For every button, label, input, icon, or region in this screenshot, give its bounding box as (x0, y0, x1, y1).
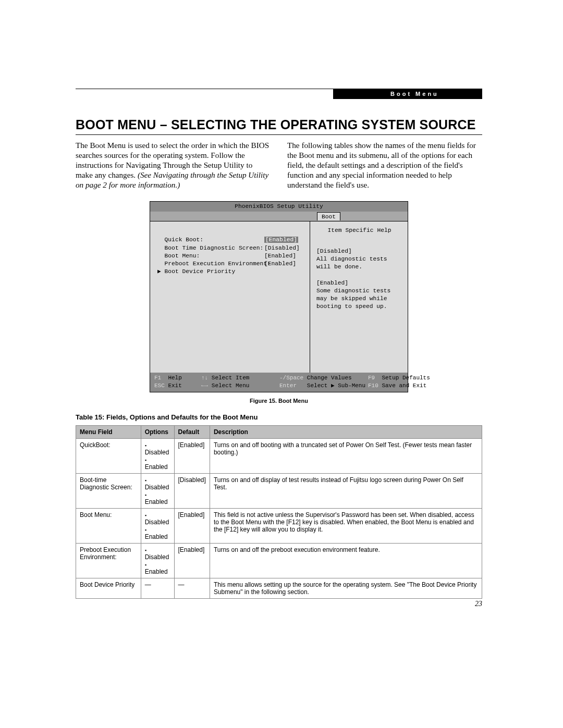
bios-help-body: [Disabled] All diagnostic tests will be … (316, 248, 402, 311)
bios-footer: F1 Help ↑↓ Select Item -/Space Change Va… (150, 373, 408, 392)
intro-right: The following tables show the names of t… (287, 140, 482, 190)
cell-default: [Enabled] (174, 438, 210, 473)
bios-row-label: Boot Menu: (157, 252, 264, 260)
cell-default: [Disabled] (174, 473, 210, 508)
cell-field: Boot Menu: (76, 508, 141, 543)
spec-table: Menu FieldOptionsDefaultDescription Quic… (76, 425, 482, 599)
page-number: 23 (475, 600, 482, 608)
table-title: Table 15: Fields, Options and Defaults f… (76, 413, 482, 421)
bios-row: ▶ Boot Device Priority (157, 268, 304, 276)
cell-default: — (174, 578, 210, 598)
table-header: Description (210, 425, 482, 438)
bios-screenshot: PhoenixBIOS Setup Utility Boot Quick Boo… (150, 201, 408, 392)
cell-field: Preboot Execution Environment: (76, 543, 141, 578)
bios-row: Preboot Execution Environment:[Enabled] (157, 260, 304, 268)
bios-row-value: [Enabled] (264, 252, 296, 260)
key-f1-label: Help (168, 375, 181, 381)
bios-fields: Quick Boot:[Enabled] Boot Time Diagnosti… (150, 221, 310, 373)
intro-columns: The Boot Menu is used to select the orde… (76, 140, 482, 190)
intro-left: The Boot Menu is used to select the orde… (76, 140, 271, 190)
key-enter: Enter (279, 382, 297, 389)
option-item: Enabled (145, 456, 170, 471)
key-minus-space: -/Space (279, 375, 303, 381)
cell-options: DisabledEnabled (141, 473, 174, 508)
cell-options: DisabledEnabled (141, 438, 174, 473)
section-tag: Boot Menu (333, 89, 482, 99)
key-updown-label: Select Item (212, 375, 250, 381)
bios-row-value: [Enabled] (264, 260, 296, 268)
bios-help: Item Specific Help [Disabled] All diagno… (310, 221, 408, 373)
bios-row-label: Boot Time Diagnostic Screen: (157, 244, 264, 252)
bios-row: Quick Boot:[Enabled] (157, 236, 304, 244)
cell-description: Turns on and off the preboot execution e… (210, 543, 482, 578)
key-minus-space-label: Change Values (307, 375, 352, 381)
figure-caption: Figure 15. Boot Menu (150, 398, 408, 404)
key-leftright-label: Select Menu (212, 382, 250, 389)
key-f10: F10 (368, 382, 378, 389)
key-leftright: ←→ (201, 382, 208, 389)
key-f9-label: Setup Defaults (382, 375, 430, 381)
cell-description: Turns on and off booting with a truncate… (210, 438, 482, 473)
table-row: Boot Device Priority——This menu allows s… (76, 578, 482, 598)
cell-field: Boot Device Priority (76, 578, 141, 598)
bios-tabbar: Boot (150, 212, 408, 221)
table-row: QuickBoot:DisabledEnabled[Enabled]Turns … (76, 438, 482, 473)
bios-row-label: Quick Boot: (157, 236, 264, 244)
table-header: Default (174, 425, 210, 438)
bios-row: Boot Time Diagnostic Screen:[Disabled] (157, 244, 304, 252)
key-enter-label: Select ▶ Sub-Menu (307, 382, 365, 389)
key-esc: ESC (154, 382, 165, 389)
option-item: Disabled (145, 441, 170, 456)
option-item: Disabled (145, 546, 170, 561)
bios-row: Boot Menu:[Enabled] (157, 252, 304, 260)
table-row: Boot-time Diagnostic Screen:DisabledEnab… (76, 473, 482, 508)
cell-options: — (141, 578, 174, 598)
bios-row-value: [Enabled] (264, 236, 298, 244)
option-item: Enabled (145, 526, 170, 540)
option-item: Disabled (145, 476, 170, 491)
key-f1: F1 (154, 375, 161, 381)
table-header: Menu Field (76, 425, 141, 438)
option-item: Enabled (145, 561, 170, 575)
cell-options: DisabledEnabled (141, 543, 174, 578)
bios-row-label: ▶ Boot Device Priority (157, 268, 264, 276)
bios-row-label: Preboot Execution Environment: (157, 260, 264, 268)
bios-help-title: Item Specific Help (316, 227, 402, 235)
key-updown: ↑↓ (201, 375, 208, 381)
key-f9: F9 (368, 375, 375, 381)
cell-default: [Enabled] (174, 543, 210, 578)
bios-row-value: [Disabled] (264, 244, 300, 252)
table-row: Preboot Execution Environment:DisabledEn… (76, 543, 482, 578)
bios-tab-boot: Boot (317, 212, 340, 220)
cell-description: Turns on and off display of test results… (210, 473, 482, 508)
option-item: Enabled (145, 491, 170, 505)
option-item: Disabled (145, 511, 170, 526)
table-row: Boot Menu:DisabledEnabled[Enabled]This f… (76, 508, 482, 543)
cell-field: QuickBoot: (76, 438, 141, 473)
cell-description: This field is not active unless the Supe… (210, 508, 482, 543)
table-header: Options (141, 425, 174, 438)
key-esc-label: Exit (168, 382, 181, 389)
cell-field: Boot-time Diagnostic Screen: (76, 473, 141, 508)
cell-description: This menu allows setting up the source f… (210, 578, 482, 598)
cell-default: [Enabled] (174, 508, 210, 543)
key-f10-label: Save and Exit (382, 382, 426, 389)
page-heading: BOOT MENU – SELECTING THE OPERATING SYST… (76, 117, 482, 135)
bios-title: PhoenixBIOS Setup Utility (150, 202, 408, 212)
cell-options: DisabledEnabled (141, 508, 174, 543)
